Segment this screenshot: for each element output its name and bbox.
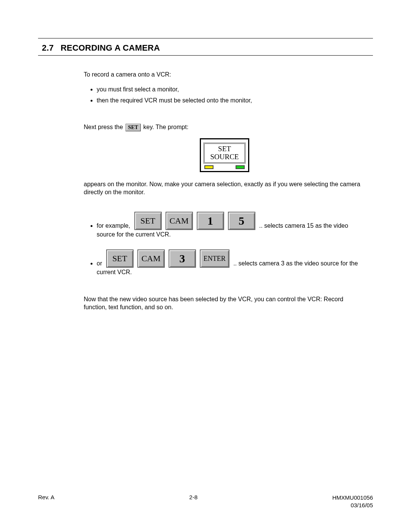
monitor-line1: SET (204, 145, 245, 153)
key-sequence: SET CAM 1 5 (134, 212, 255, 230)
example-lead: for example, (97, 222, 130, 229)
enter-key: ENTER (200, 249, 229, 268)
content-area: To record a camera onto a VCR: you must … (84, 71, 365, 312)
monitor-status-bar (203, 164, 246, 169)
after-monitor-text: appears on the monitor. Now, make your c… (84, 181, 365, 197)
cam-key: CAM (137, 249, 165, 268)
rule-under-heading (38, 55, 373, 56)
press-instruction: Next press the SET key. The prompt: (84, 123, 365, 131)
rule-top (38, 38, 373, 38)
examples-list: for example, SET CAM 1 5 .. selects came… (84, 212, 365, 276)
press-text-after: key. The prompt: (143, 124, 189, 130)
footer-date: 03/16/05 (351, 502, 373, 508)
section-title: RECORDING A CAMERA (61, 43, 160, 53)
monitor-prompt: SET SOURCE (200, 138, 249, 172)
list-item: then the required VCR must be selected o… (97, 97, 365, 105)
list-item: you must first select a monitor, (97, 86, 365, 94)
footer-docinfo: HMXMU001056 03/16/05 (332, 494, 373, 510)
status-light-yellow-icon (204, 165, 213, 169)
cam-key: CAM (166, 212, 193, 230)
set-key: SET (106, 249, 134, 268)
prereq-list: you must first select a monitor, then th… (84, 86, 365, 105)
intro-text: To record a camera onto a VCR: (84, 71, 365, 79)
monitor-screen: SET SOURCE (203, 142, 246, 164)
closing-text: Now that the new video source has been s… (84, 296, 365, 312)
section-number: 2.7 (42, 43, 54, 53)
document-page: 2.7 RECORDING A CAMERA To record a camer… (0, 0, 411, 532)
example-lead: or (97, 260, 102, 267)
status-light-green-icon (236, 165, 245, 169)
footer-rev: Rev. A (38, 494, 54, 500)
footer-doc-id: HMXMU001056 (332, 494, 373, 501)
digit-key-3: 3 (169, 249, 196, 268)
page-footer: Rev. A 2-8 HMXMU001056 03/16/05 (38, 494, 373, 510)
footer-page-number: 2-8 (189, 494, 198, 500)
press-text-before: Next press the (84, 124, 123, 130)
list-item: for example, SET CAM 1 5 .. selects came… (97, 212, 365, 239)
set-key: SET (134, 212, 162, 230)
set-key-inline: SET (126, 124, 141, 131)
digit-key-5: 5 (228, 212, 255, 230)
key-sequence: SET CAM 3 ENTER (106, 249, 229, 268)
section-heading: 2.7 RECORDING A CAMERA (42, 43, 373, 53)
digit-key-1: 1 (197, 212, 224, 230)
monitor-line2: SOURCE (204, 153, 245, 161)
list-item: or SET CAM 3 ENTER .. selects camera 3 a… (97, 249, 365, 276)
